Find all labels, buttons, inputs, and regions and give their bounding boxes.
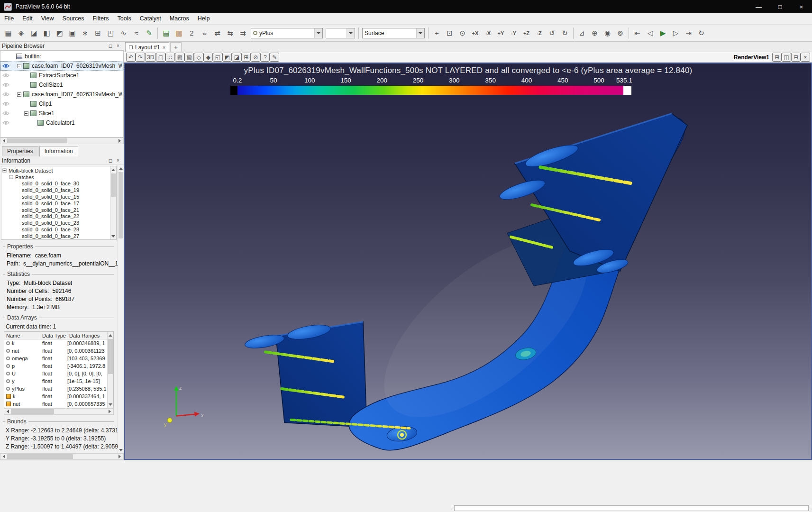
data-arrays-horizontal-scrollbar[interactable] bbox=[4, 408, 114, 415]
render-view[interactable]: yPlus ID07_6026319vMesh_WallFunctions_50… bbox=[124, 63, 812, 460]
play-icon[interactable]: ▶ bbox=[657, 27, 669, 40]
information-scrollbar[interactable] bbox=[118, 165, 124, 453]
data-array-row[interactable]: nut float [0, 0.000361123 bbox=[4, 347, 107, 355]
expander-icon[interactable] bbox=[9, 175, 13, 179]
dataset-tree-item[interactable]: solid_0_solid_0_face_30 bbox=[2, 181, 110, 187]
dataset-tree-item[interactable]: solid_0_solid_0_face_17 bbox=[2, 200, 110, 207]
view-minus-y-icon[interactable]: -Y bbox=[507, 27, 520, 40]
dataset-tree-item[interactable]: solid_0_solid_0_face_15 bbox=[2, 193, 110, 200]
previous-frame-icon[interactable]: ◁ bbox=[644, 27, 657, 40]
tab-properties[interactable]: Properties bbox=[2, 146, 38, 156]
dataset-tree-item[interactable]: Multi-block Dataset bbox=[2, 167, 110, 174]
dataset-tree-item[interactable]: solid_0_solid_0_face_22 bbox=[2, 213, 110, 220]
loop-icon[interactable]: ↻ bbox=[695, 27, 708, 40]
menu-item[interactable]: Help bbox=[193, 13, 214, 24]
representation-select[interactable]: Surface bbox=[362, 28, 425, 38]
expander-icon[interactable] bbox=[24, 111, 28, 116]
data-array-row[interactable]: k float [0.000337464, 1 bbox=[4, 393, 107, 400]
pipeline-horizontal-scrollbar[interactable] bbox=[0, 137, 124, 144]
visibility-eye-icon[interactable] bbox=[1, 120, 10, 125]
select-block-icon[interactable]: ◱ bbox=[213, 53, 222, 62]
pipeline-item[interactable]: ExtractSurface1 bbox=[0, 71, 123, 80]
toggle-color-legend-icon[interactable]: ▤ bbox=[160, 27, 173, 40]
information-horizontal-scrollbar[interactable] bbox=[0, 453, 124, 460]
menu-item[interactable]: Macros bbox=[165, 13, 193, 24]
view-plus-x-icon[interactable]: +X bbox=[469, 27, 482, 40]
pipeline-item[interactable]: Calculator1 bbox=[0, 118, 123, 128]
scrollbar-thumb[interactable] bbox=[7, 454, 73, 459]
data-array-row[interactable]: y float [1e-15, 1e-15] bbox=[4, 377, 107, 385]
dataset-tree-item[interactable]: solid_0_solid_0_face_28 bbox=[2, 226, 110, 233]
edit-selection-icon[interactable]: ✎ bbox=[270, 53, 279, 62]
visibility-eye-icon[interactable] bbox=[1, 101, 10, 106]
extract-block-icon[interactable]: ◰ bbox=[104, 27, 117, 40]
scroll-left-icon[interactable] bbox=[0, 454, 7, 459]
scrollbar-thumb[interactable] bbox=[119, 172, 123, 238]
extract-subset-icon[interactable]: ▣ bbox=[66, 27, 79, 40]
hover-cells-icon[interactable]: ⊞ bbox=[241, 53, 251, 62]
pipeline-item[interactable]: Clip1 bbox=[0, 99, 123, 109]
edit-color-map-icon[interactable]: ▥ bbox=[173, 27, 185, 40]
select-cells-on-icon[interactable]: ▢ bbox=[156, 53, 165, 62]
reset-camera-icon[interactable]: + bbox=[430, 27, 443, 40]
scroll-down-icon[interactable] bbox=[108, 402, 113, 408]
close-view-icon[interactable]: × bbox=[801, 53, 810, 62]
clip-icon[interactable]: ◪ bbox=[27, 27, 40, 40]
split-vertical-icon[interactable]: ⊟ bbox=[791, 53, 801, 62]
scroll-right-icon[interactable] bbox=[107, 409, 113, 414]
visibility-eye-icon[interactable] bbox=[1, 82, 10, 87]
menu-item[interactable]: Tools bbox=[113, 13, 135, 24]
rescale-to-visible-range-icon[interactable]: ⇉ bbox=[237, 27, 249, 40]
select-cells-polygon-icon[interactable]: ◇ bbox=[194, 53, 203, 62]
glyph-filter-icon[interactable]: ∗ bbox=[79, 27, 91, 40]
group-datasets-icon[interactable]: ⊞ bbox=[91, 27, 104, 40]
slice-icon[interactable]: ◧ bbox=[40, 27, 53, 40]
data-arrays-scrollbar[interactable] bbox=[107, 332, 113, 408]
calculator-icon[interactable]: ▦ bbox=[2, 27, 15, 40]
data-array-row[interactable]: yPlus float [0.235088, 535.1 bbox=[4, 385, 107, 393]
scrollbar-thumb[interactable] bbox=[108, 339, 113, 374]
dataset-tree-item[interactable]: solid_0_solid_0_face_27 bbox=[2, 233, 110, 239]
zoom-to-data-icon[interactable]: ⊙ bbox=[456, 27, 469, 40]
select-points-through-icon[interactable]: ▧ bbox=[184, 53, 194, 62]
pipeline-item[interactable]: case.foam_ID07_6026319vMesh_WallFur bbox=[0, 61, 123, 71]
select-points-on-icon[interactable]: ∷ bbox=[165, 53, 175, 62]
rescale-to-temporal-range-icon[interactable]: ⇆ bbox=[224, 27, 237, 40]
data-array-row[interactable]: U float [0, 0], [0, 0], [0, bbox=[4, 370, 107, 377]
menu-item[interactable]: Filters bbox=[88, 13, 113, 24]
dataset-tree-item[interactable]: solid_0_solid_0_face_21 bbox=[2, 207, 110, 213]
menu-item[interactable]: View bbox=[37, 13, 58, 24]
view-plus-y-icon[interactable]: +Y bbox=[494, 27, 507, 40]
color-by-array-select[interactable]: yPlus bbox=[251, 28, 323, 38]
last-frame-icon[interactable]: ⇥ bbox=[682, 27, 695, 40]
convert-view-icon[interactable]: ⊞ bbox=[772, 53, 782, 62]
maximize-button[interactable]: □ bbox=[769, 0, 791, 13]
view-plus-z-icon[interactable]: +Z bbox=[520, 27, 533, 40]
stream-tracer-icon[interactable]: ∿ bbox=[117, 27, 130, 40]
dataset-tree-item[interactable]: Patches bbox=[2, 174, 110, 181]
rescale-to-custom-range-icon[interactable]: ⇄ bbox=[211, 27, 224, 40]
data-array-row[interactable]: p float [-3406.1, 1972.8 bbox=[4, 362, 107, 370]
close-tab-icon[interactable]: × bbox=[163, 45, 165, 50]
split-horizontal-icon[interactable]: ◫ bbox=[782, 53, 791, 62]
dataset-tree-item[interactable]: solid_0_solid_0_face_23 bbox=[2, 219, 110, 226]
undock-information-icon[interactable]: ◻ bbox=[107, 157, 114, 164]
camera-redo-icon[interactable]: ↷ bbox=[136, 53, 145, 62]
tab-information[interactable]: Information bbox=[39, 146, 78, 156]
scrollbar-thumb[interactable] bbox=[7, 138, 67, 143]
select-points-polygon-icon[interactable]: ◆ bbox=[203, 53, 213, 62]
rescale-to-data-range-icon[interactable]: ⇔ bbox=[198, 27, 211, 40]
color-component-select[interactable] bbox=[326, 28, 355, 38]
column-header[interactable]: Data Type bbox=[40, 332, 67, 339]
selection-help-button[interactable]: ? bbox=[260, 53, 270, 62]
pipeline-item[interactable]: CellSize1 bbox=[0, 80, 123, 90]
scroll-left-icon[interactable] bbox=[0, 138, 7, 144]
expander-icon[interactable] bbox=[17, 64, 21, 68]
scroll-down-icon[interactable] bbox=[118, 447, 124, 453]
interaction-mode-3d-button[interactable]: 3D bbox=[145, 53, 156, 62]
visibility-eye-icon[interactable] bbox=[1, 73, 10, 78]
close-information-icon[interactable]: × bbox=[114, 157, 122, 164]
rotate-90-ccw-icon[interactable]: ↺ bbox=[546, 27, 558, 40]
pipeline-item[interactable]: case.foam_ID07_6026319vMesh_WallFur bbox=[0, 90, 123, 99]
menu-item[interactable]: File bbox=[0, 13, 18, 24]
